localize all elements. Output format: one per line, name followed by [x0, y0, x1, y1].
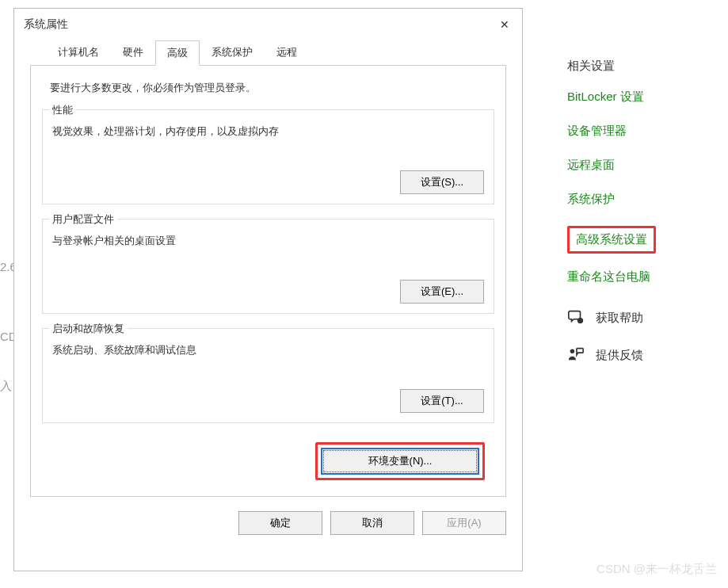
apply-button[interactable]: 应用(A) [422, 511, 506, 535]
tab-system-protection[interactable]: 系统保护 [200, 40, 265, 65]
environment-variables-row: 环境变量(N)... [42, 437, 494, 485]
user-profile-settings-button[interactable]: 设置(E)... [400, 280, 484, 304]
user-profile-title: 用户配置文件 [49, 212, 117, 227]
related-settings-heading: 相关设置 [567, 59, 718, 74]
performance-title: 性能 [49, 103, 76, 117]
tab-hardware[interactable]: 硬件 [111, 40, 155, 65]
dialog-footer: 确定 取消 应用(A) [14, 497, 522, 535]
rename-pc-link[interactable]: 重命名这台电脑 [567, 269, 718, 284]
device-manager-link[interactable]: 设备管理器 [567, 124, 718, 139]
environment-variables-button[interactable]: 环境变量(N)... [321, 448, 479, 475]
user-profile-desc: 与登录帐户相关的桌面设置 [52, 234, 484, 248]
advanced-system-settings-link[interactable]: 高级系统设置 [576, 232, 647, 247]
dialog-titlebar: 系统属性 ✕ [14, 9, 522, 39]
remote-desktop-link[interactable]: 远程桌面 [567, 158, 718, 173]
performance-settings-button[interactable]: 设置(S)... [400, 170, 484, 194]
tab-content-advanced: 要进行大多数更改，你必须作为管理员登录。 性能 视觉效果，处理器计划，内存使用，… [30, 65, 506, 497]
system-properties-dialog: 系统属性 ✕ 计算机名 硬件 高级 系统保护 远程 要进行大多数更改，你必须作为… [13, 8, 523, 571]
tabs: 计算机名 硬件 高级 系统保护 远程 [30, 40, 506, 66]
cancel-button[interactable]: 取消 [330, 511, 414, 535]
icon-links: ? 获取帮助 提供反馈 [567, 308, 718, 365]
startup-group: 启动和故障恢复 系统启动、系统故障和调试信息 设置(T)... [42, 328, 494, 423]
performance-group: 性能 视觉效果，处理器计划，内存使用，以及虚拟内存 设置(S)... [42, 109, 494, 204]
chat-bubble-icon: ? [567, 308, 585, 328]
ok-button[interactable]: 确定 [238, 511, 322, 535]
person-chat-icon [567, 346, 585, 365]
background-text: 入 [0, 379, 12, 394]
svg-text:?: ? [579, 319, 581, 323]
svg-point-2 [570, 349, 575, 354]
user-profile-group: 用户配置文件 与登录帐户相关的桌面设置 设置(E)... [42, 219, 494, 314]
feedback-label: 提供反馈 [596, 348, 643, 363]
get-help-label: 获取帮助 [596, 311, 643, 326]
watermark: CSDN @来一杯龙舌兰 [597, 562, 717, 577]
close-button[interactable]: ✕ [497, 17, 513, 32]
feedback-link[interactable]: 提供反馈 [567, 346, 718, 365]
performance-desc: 视觉效果，处理器计划，内存使用，以及虚拟内存 [52, 124, 484, 139]
tab-remote[interactable]: 远程 [265, 40, 309, 65]
get-help-link[interactable]: ? 获取帮助 [567, 308, 718, 328]
dialog-title: 系统属性 [24, 17, 68, 32]
startup-desc: 系统启动、系统故障和调试信息 [52, 343, 484, 357]
highlight-box: 环境变量(N)... [315, 442, 485, 480]
admin-note: 要进行大多数更改，你必须作为管理员登录。 [42, 81, 494, 109]
startup-title: 启动和故障恢复 [49, 322, 128, 336]
highlight-box: 高级系统设置 [567, 226, 656, 254]
svg-rect-3 [577, 349, 583, 353]
startup-settings-button[interactable]: 设置(T)... [400, 389, 484, 413]
tab-advanced[interactable]: 高级 [155, 40, 200, 66]
bitlocker-link[interactable]: BitLocker 设置 [567, 90, 718, 105]
system-protection-link[interactable]: 系统保护 [567, 192, 718, 207]
tab-computer-name[interactable]: 计算机名 [46, 40, 111, 65]
related-settings-pane: 相关设置 BitLocker 设置 设备管理器 远程桌面 系统保护 高级系统设置… [567, 59, 718, 383]
